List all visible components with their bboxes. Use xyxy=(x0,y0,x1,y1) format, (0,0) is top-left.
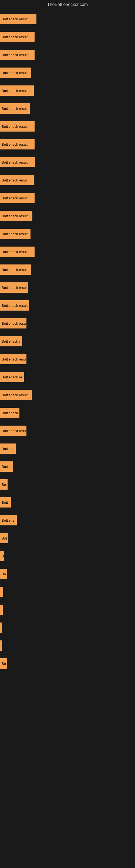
bottleneck-bar: Bottleneck result xyxy=(0,193,35,203)
bar-gap xyxy=(0,563,135,567)
bottleneck-bar: Bottlene xyxy=(0,515,17,525)
bottleneck-bar: Bottleneck result xyxy=(0,50,35,60)
bar-label: Bottleneck result xyxy=(2,53,28,57)
bar-row: Bottleneck resu xyxy=(0,316,135,330)
bar-gap xyxy=(0,527,135,531)
bottleneck-bar: Bottleneck result xyxy=(0,300,29,311)
bar-gap xyxy=(0,312,135,316)
bottleneck-bar: Bottleneck result xyxy=(0,229,31,239)
bottleneck-bar: Bottleneck result xyxy=(0,32,35,42)
bar-gap xyxy=(0,402,135,406)
bottleneck-bar: Bottleneck result xyxy=(0,175,34,185)
bar-label: Bottl xyxy=(2,500,9,504)
bottleneck-bar: Bottleneck result xyxy=(0,265,31,275)
bar-label: Bottleneck resu xyxy=(2,321,26,326)
bar-row: Bo xyxy=(0,477,135,492)
bar-label: Bo xyxy=(2,572,6,576)
bar-row: Bo xyxy=(0,567,135,581)
bar-gap xyxy=(0,671,135,674)
bottleneck-bar: Bottleneck r xyxy=(0,336,22,346)
bar-gap xyxy=(0,98,135,101)
bottleneck-bar: Bottle xyxy=(0,461,13,472)
bar-gap xyxy=(0,653,135,656)
bar-label: B xyxy=(2,554,4,558)
bar-gap xyxy=(0,509,135,513)
bar-label: Bottleneck result xyxy=(2,143,28,147)
bar-row: Bottleneck result xyxy=(0,245,135,259)
bottleneck-bar: Bottleneck result xyxy=(0,390,32,400)
bar-row: Bottleneck result xyxy=(0,155,135,169)
bar-label: Bottleneck result xyxy=(2,304,28,308)
bottleneck-bar: Bottleneck result xyxy=(0,157,35,167)
bar-gap xyxy=(0,241,135,245)
bottleneck-bar: Bottleneck result xyxy=(0,103,30,114)
bar-label: Bottlen xyxy=(2,447,12,451)
bar-row: Bottleneck result xyxy=(0,299,135,312)
bar-label: Bottleneck resu xyxy=(2,429,26,433)
bottleneck-bar: Bottleneck result xyxy=(0,67,31,78)
bar-row: Bottlene xyxy=(0,513,135,527)
bar-gap xyxy=(0,545,135,549)
bar-label: Bottleneck result xyxy=(2,232,28,236)
bar-label: Bottleneck result xyxy=(2,160,28,164)
bar-gap xyxy=(0,44,135,48)
bar-row xyxy=(0,621,135,635)
bar-gap xyxy=(0,294,135,299)
bar-row: Bottleneck result xyxy=(0,280,135,294)
bar-row: Bottleneck result xyxy=(0,191,135,205)
bar-label: Bottleneck result xyxy=(2,35,28,39)
bar-row: Bottle xyxy=(0,460,135,474)
bottleneck-bar: Bottlen xyxy=(0,443,16,454)
bar-row: Bottleneck result xyxy=(0,48,135,62)
bar-row: Bottleneck result xyxy=(0,84,135,98)
bar-gap xyxy=(0,26,135,30)
bottleneck-bar: Bottleneck result xyxy=(0,211,32,221)
bar-label: Bottleneck result xyxy=(2,71,28,75)
bottleneck-bar: Bottleneck result xyxy=(0,86,34,96)
bottleneck-bar: B xyxy=(0,604,3,615)
bar-gap xyxy=(0,456,135,460)
bar-row: Bot xyxy=(0,531,135,545)
bottleneck-bar: B xyxy=(0,587,3,597)
bar-gap xyxy=(0,223,135,227)
bar-gap xyxy=(0,277,135,280)
bar-label: Bottleneck result xyxy=(2,268,28,272)
bar-row: Bottleneck xyxy=(0,406,135,420)
bar-row: Bottleneck result xyxy=(0,66,135,80)
bar-label: Bottleneck resu xyxy=(2,357,26,361)
bar-row: Bottleneck result xyxy=(0,388,135,402)
bar-label: Bottleneck result xyxy=(2,393,28,397)
bar-row: Bottleneck result xyxy=(0,119,135,133)
bottleneck-bar: Bottleneck xyxy=(0,408,19,418)
bar-gap xyxy=(0,133,135,137)
bar-label: Bottleneck r xyxy=(2,339,20,343)
bar-gap xyxy=(0,116,135,119)
bar-row: Bottleneck resu xyxy=(0,352,135,366)
bottleneck-bar xyxy=(0,622,2,633)
bar-gap xyxy=(0,617,135,621)
bottleneck-bar: Bottleneck result xyxy=(0,139,35,150)
bar-row: Bottleneck result xyxy=(0,101,135,116)
bottleneck-bar: Bottleneck result xyxy=(0,282,28,293)
bottleneck-bar: Bottleneck result xyxy=(0,14,37,24)
bar-label: Bottleneck result xyxy=(2,17,28,21)
bottleneck-bar: Bottleneck resu xyxy=(0,426,27,436)
bar-label: Bottleneck result xyxy=(2,214,28,218)
site-title: TheBottlenecker.com xyxy=(0,0,135,9)
bar-row: Bottleneck re xyxy=(0,370,135,384)
bar-row xyxy=(0,639,135,653)
bar-label: Bottleneck re xyxy=(2,375,22,379)
bar-row: B xyxy=(0,603,135,617)
bar-label: Bot xyxy=(2,536,7,540)
bar-row: Bottleneck result xyxy=(0,12,135,26)
bar-label: Bo xyxy=(2,483,6,487)
bottleneck-bar: Bo xyxy=(0,479,8,490)
bar-label: Bottleneck result xyxy=(2,89,28,93)
bar-label: B xyxy=(2,590,3,594)
bar-label: Bottleneck result xyxy=(2,286,28,290)
bottleneck-bar: Bottleneck resu xyxy=(0,354,27,364)
bottleneck-bar: B xyxy=(0,551,4,561)
bar-gap xyxy=(0,80,135,84)
bar-gap xyxy=(0,151,135,155)
bar-row: Bottleneck result xyxy=(0,209,135,223)
